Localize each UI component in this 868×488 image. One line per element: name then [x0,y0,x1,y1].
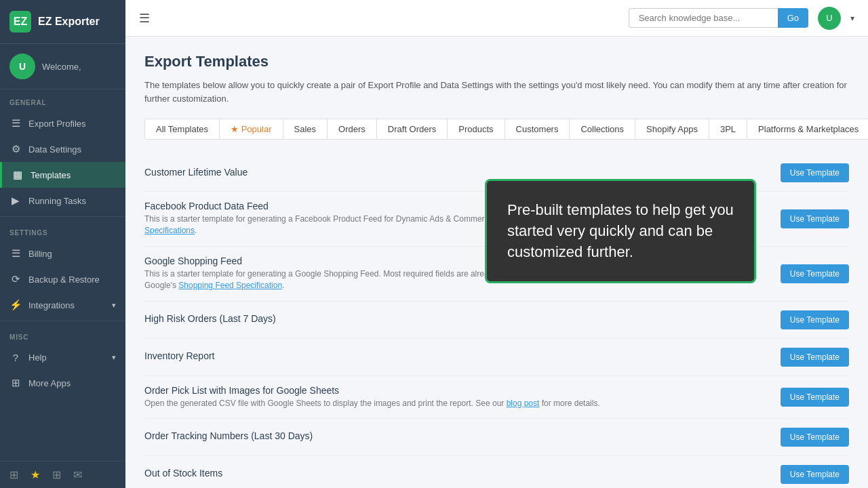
use-template-button[interactable]: Use Template [781,348,849,367]
table-row: Order Pick List with Images for Google S… [144,376,849,419]
apps-icon[interactable]: ⊞ [52,468,61,481]
sidebar-item-backup-restore[interactable]: ⟳ Backup & Restore [0,266,125,292]
sidebar-item-label: Export Profiles [28,119,86,129]
tab-all-templates[interactable]: All Templates [145,119,220,139]
use-template-button[interactable]: Use Template [781,388,849,407]
sidebar-item-integrations[interactable]: ⚡ Integrations ▾ [0,292,125,318]
running-tasks-icon: ▶ [9,195,22,207]
sidebar-header: EZ EZ Exporter [0,0,125,44]
tab-orders[interactable]: Orders [328,119,377,139]
use-template-button[interactable]: Use Template [781,264,849,283]
tooltip-overlay: Pre-built templates to help get you star… [485,179,756,283]
search-container: Go [629,8,808,28]
template-name: High Risk Orders (Last 7 Days) [144,313,772,324]
filter-tabs: All Templates ★ Popular Sales Orders Dra… [144,119,868,140]
table-row: Order Tracking Numbers (Last 30 Days) Us… [144,419,849,456]
help-icon: ? [9,352,22,363]
templates-icon: ▦ [12,169,24,181]
table-row: High Risk Orders (Last 7 Days) Use Templ… [144,302,849,339]
app-title: EZ Exporter [38,16,100,28]
sidebar-item-more-apps[interactable]: ⊞ More Apps [0,370,125,396]
user-avatar[interactable]: U [818,7,841,30]
grid-icon[interactable]: ⊞ [9,468,18,481]
sidebar-item-label: Data Settings [28,144,81,155]
chevron-down-icon: ▾ [112,301,116,310]
sidebar-item-label: More Apps [28,378,71,388]
use-template-button[interactable]: Use Template [781,209,849,228]
page-description: The templates below allow you to quickly… [144,79,849,105]
tab-draft-orders[interactable]: Draft Orders [377,119,448,139]
data-settings-icon: ⚙ [9,143,22,155]
template-name: Inventory Report [144,350,772,361]
table-row: Out of Stock Items Use Template [144,456,849,488]
mail-icon[interactable]: ✉ [73,468,82,481]
use-template-button[interactable]: Use Template [781,465,849,484]
tab-3pl[interactable]: 3PL [709,119,747,139]
sidebar-bottom: ⊞ ★ ⊞ ✉ [0,461,125,488]
tab-popular[interactable]: ★ Popular [220,119,283,139]
tab-collections[interactable]: Collections [570,119,635,139]
template-desc: Open the generated CSV file with Google … [144,398,772,409]
sidebar-item-templates[interactable]: ▦ Templates [0,162,125,188]
content-area: Export Templates The templates below all… [125,37,868,488]
chevron-down-icon[interactable]: ▾ [850,14,854,23]
backup-icon: ⟳ [9,273,22,285]
integrations-icon: ⚡ [9,299,22,311]
use-template-button[interactable]: Use Template [781,428,849,447]
general-section-label: GENERAL [0,89,125,110]
star-icon[interactable]: ★ [31,468,40,481]
sidebar-user: U Welcome, [0,44,125,89]
table-row: Inventory Report Use Template [144,339,849,376]
tab-platforms[interactable]: Platforms & Marketplaces [747,119,868,139]
tab-customers[interactable]: Customers [505,119,570,139]
blog-post-link[interactable]: blog post [507,399,540,408]
sidebar-item-label: Help [28,352,47,363]
template-name: Out of Stock Items [144,468,772,479]
sidebar-item-label: Integrations [28,300,75,310]
sidebar-item-label: Backup & Restore [28,274,100,285]
sidebar-item-billing[interactable]: ☰ Billing [0,241,125,266]
tab-shopify-apps[interactable]: Shopify Apps [635,119,709,139]
chevron-down-icon: ▾ [112,353,116,362]
search-button[interactable]: Go [778,8,808,28]
hamburger-icon[interactable]: ☰ [139,11,150,26]
tab-sales[interactable]: Sales [283,119,328,139]
spec-link[interactable]: Shopping Feed Specification [178,281,282,290]
tab-products[interactable]: Products [448,119,505,139]
tooltip-text: Pre-built templates to help get you star… [507,201,734,260]
main-area: ☰ Go U ▾ Export Templates The templates … [125,0,868,488]
billing-icon: ☰ [9,247,22,260]
sidebar-item-export-profiles[interactable]: ☰ Export Profiles [0,110,125,136]
template-name: Customer Lifetime Value [144,167,772,178]
misc-section-label: MISC [0,324,125,345]
template-name: Order Pick List with Images for Google S… [144,385,772,396]
use-template-button[interactable]: Use Template [781,310,849,329]
template-name: Order Tracking Numbers (Last 30 Days) [144,430,772,441]
sidebar-item-label: Running Tasks [28,196,86,206]
settings-section-label: SETTINGS [0,220,125,241]
sidebar-item-running-tasks[interactable]: ▶ Running Tasks [0,188,125,214]
search-input[interactable] [629,8,778,28]
export-profiles-icon: ☰ [9,117,22,129]
sidebar-item-label: Billing [28,249,52,259]
use-template-button[interactable]: Use Template [781,163,849,182]
sidebar: EZ EZ Exporter U Welcome, GENERAL ☰ Expo… [0,0,125,488]
avatar: U [9,54,35,79]
sidebar-item-help[interactable]: ? Help ▾ [0,345,125,370]
app-logo: EZ [9,11,31,33]
page-title: Export Templates [144,53,849,70]
topbar: ☰ Go U ▾ [125,0,868,37]
more-apps-icon: ⊞ [9,377,22,389]
sidebar-item-label: Templates [31,170,71,180]
welcome-text: Welcome, [42,62,81,72]
sidebar-item-data-settings[interactable]: ⚙ Data Settings [0,136,125,162]
